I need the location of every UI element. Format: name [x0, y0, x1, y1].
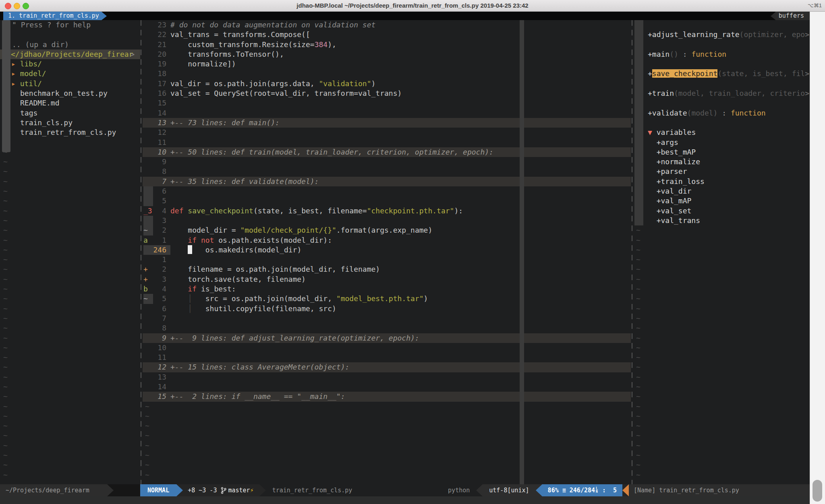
window-separator[interactable] — [632, 20, 632, 484]
empty-line-tilde: ~ — [0, 236, 8, 244]
tag-entry[interactable]: +main() : function — [634, 50, 810, 59]
powerline-arrow-icon — [259, 484, 266, 496]
code-token: if — [188, 236, 197, 244]
code-line[interactable]: _34def save_checkpoint(state, is_best, f… — [143, 206, 631, 216]
code-line[interactable]: +2 filename = os.path.join(model_dir, fi… — [143, 264, 631, 274]
code-line[interactable]: 18 — [143, 69, 631, 78]
sign-column-cell — [143, 382, 153, 392]
line-number-icon: LN — [596, 487, 598, 494]
code-fold-line[interactable]: 13+-- 73 lines: def main(): — [143, 118, 631, 128]
code-line[interactable]: 14 — [143, 108, 631, 118]
tree-item-dir[interactable]: ▸ util/ — [0, 79, 140, 89]
code-line[interactable]: 7 — [143, 314, 631, 323]
tag-variable-entry[interactable]: +best_mAP — [634, 147, 810, 157]
scrollbar-track[interactable] — [810, 12, 825, 504]
tag-entry[interactable]: +train(model, train_loader, criterio> — [634, 89, 810, 98]
tag-entry[interactable]: +adjust_learning_rate(optimizer, epo> — [634, 30, 810, 39]
tree-item-file[interactable]: train_retr_from_cls.py — [0, 128, 140, 137]
code-line[interactable]: 17val_dir = os.path.join(args.data, "val… — [143, 79, 631, 89]
code-line[interactable]: ~2 model_dir = "model/check_point/{}".fo… — [143, 225, 631, 235]
code-fold-line[interactable]: 15+-- 2 lines: if __name__ == "__main__"… — [143, 392, 631, 401]
tree-up-dir[interactable]: .. (up a dir) — [0, 40, 140, 50]
tree-item-dir[interactable]: ▸ model/ — [0, 69, 140, 78]
code-line[interactable]: 9 — [143, 157, 631, 167]
tree-empty-line: ~ — [0, 382, 140, 392]
code-line[interactable]: 3 — [143, 216, 631, 225]
code-line[interactable]: 20 transforms.ToTensor(), — [143, 50, 631, 59]
tagbar-blank-line — [634, 40, 810, 50]
code-line[interactable]: 6 — [143, 186, 631, 196]
tree-item-file[interactable]: benchmark_on_test.py — [0, 89, 140, 98]
code-line[interactable]: +3 torch.save(state, filename) — [143, 275, 631, 284]
code-line[interactable]: 11 — [143, 138, 631, 147]
sign-column-cell — [143, 79, 153, 89]
code-line[interactable]: 15 — [143, 98, 631, 108]
code-token: normalize]) — [170, 60, 236, 68]
scrollbar-thumb[interactable] — [813, 480, 822, 502]
code-line[interactable]: 8 — [143, 167, 631, 176]
tree-root-dir[interactable]: </jdhao/Projects/deep_firear> — [0, 50, 140, 59]
tag-variable-entry[interactable]: +val_dir — [634, 186, 810, 196]
code-fold-line[interactable]: 9+-- 9 lines: def adjust_learning_rate(o… — [143, 333, 631, 343]
code-line[interactable]: 19 normalize]) — [143, 59, 631, 69]
tree-item-file[interactable]: tags — [0, 108, 140, 118]
code-token: ), — [328, 40, 336, 49]
tree-item-file[interactable]: train_cls.py — [0, 118, 140, 128]
tag-variable-entry[interactable]: +val_set — [634, 206, 810, 216]
window-separator[interactable] — [141, 20, 141, 484]
tag-name: train — [652, 89, 674, 97]
tag-variable-entry[interactable]: +train_loss — [634, 177, 810, 186]
code-line[interactable]: 22val_trans = transforms.Compose([ — [143, 30, 631, 39]
code-line[interactable]: ~5 │ src = os.path.join(model_dir, "mode… — [143, 294, 631, 304]
code-line[interactable]: 1 — [143, 255, 631, 264]
tag-variable-entry[interactable]: +args — [634, 138, 810, 147]
code-line[interactable]: 10 — [143, 343, 631, 353]
code-fold-line[interactable]: 12+-- 15 lines: class AverageMeter(objec… — [143, 362, 631, 372]
sign-column-cell — [143, 392, 153, 401]
code-line[interactable]: 8 — [143, 323, 631, 333]
code-line[interactable]: b4 if is_best: — [143, 284, 631, 294]
code-fold-line[interactable]: 7+-- 35 lines: def validate(model): — [143, 177, 631, 186]
tree-item-file[interactable]: README.md — [0, 98, 140, 108]
command-line[interactable] — [0, 496, 810, 504]
code-text: +-- 15 lines: class AverageMeter(object)… — [170, 362, 631, 372]
code-token: .format(args.exp_name) — [336, 226, 432, 234]
code-line[interactable]: 5 — [143, 196, 631, 206]
code-line[interactable]: 6 │ shutil.copyfile(filename, src) — [143, 304, 631, 314]
line-number: 2 — [153, 264, 170, 274]
code-line[interactable]: 13 — [143, 372, 631, 382]
tab-active[interactable]: 1. train_retr_from_cls.py — [3, 12, 102, 20]
tag-entry[interactable]: +validate(model) : function — [634, 108, 810, 118]
tagbar-variables-header[interactable]: ▼ variables — [634, 128, 810, 137]
empty-line-tilde: ~ — [634, 373, 641, 381]
code-line[interactable]: 21 custom_transform.Resize(size=384), — [143, 40, 631, 50]
code-line[interactable]: 12 — [143, 128, 631, 137]
code-fold-line[interactable]: 10+-- 50 lines: def train(model, train_l… — [143, 147, 631, 157]
code-line[interactable]: 23# do not do data augmentation on valid… — [143, 20, 631, 30]
tag-entry[interactable]: +save_checkpoint(state, is_best, fil> — [634, 69, 810, 78]
empty-line-tilde: ~ — [634, 480, 641, 484]
code-line[interactable]: 11 — [143, 353, 631, 362]
tag-variable-entry[interactable]: +parser — [634, 167, 810, 176]
tag-variable-entry[interactable]: +val_trans — [634, 216, 810, 225]
code-text — [170, 255, 631, 264]
git-segment: +8 ~3 -3 master⚡ — [183, 484, 259, 496]
code-line[interactable]: 14 — [143, 382, 631, 392]
empty-line-tilde: ~ — [0, 402, 8, 411]
buffers-label[interactable]: buffers — [775, 12, 810, 20]
code-text: +-- 73 lines: def main(): — [170, 118, 631, 128]
code-line[interactable]: a1 if not os.path.exists(model_dir): — [143, 235, 631, 245]
nerdtree-scroll-indicator[interactable] — [2, 20, 10, 152]
tag-variable-entry[interactable]: +val_mAP — [634, 196, 810, 206]
tree-item-dir[interactable]: ▸ libs/ — [0, 59, 140, 69]
code-empty-line: ~ — [143, 470, 631, 480]
empty-line-tilde: ~ — [0, 187, 8, 195]
code-line[interactable]: 246 os.makedirs(model_dir) — [143, 245, 631, 255]
tagbar-empty-line: ~ — [634, 314, 810, 323]
empty-line-tilde: ~ — [634, 451, 641, 459]
tag-variable-entry[interactable]: +normalize — [634, 157, 810, 167]
tagbar-empty-line: ~ — [634, 294, 810, 304]
sign-column-cell — [143, 186, 153, 196]
lines-icon: ≡ — [562, 487, 566, 494]
code-line[interactable]: 16val_set = QuerySet(root=val_dir, trans… — [143, 89, 631, 98]
